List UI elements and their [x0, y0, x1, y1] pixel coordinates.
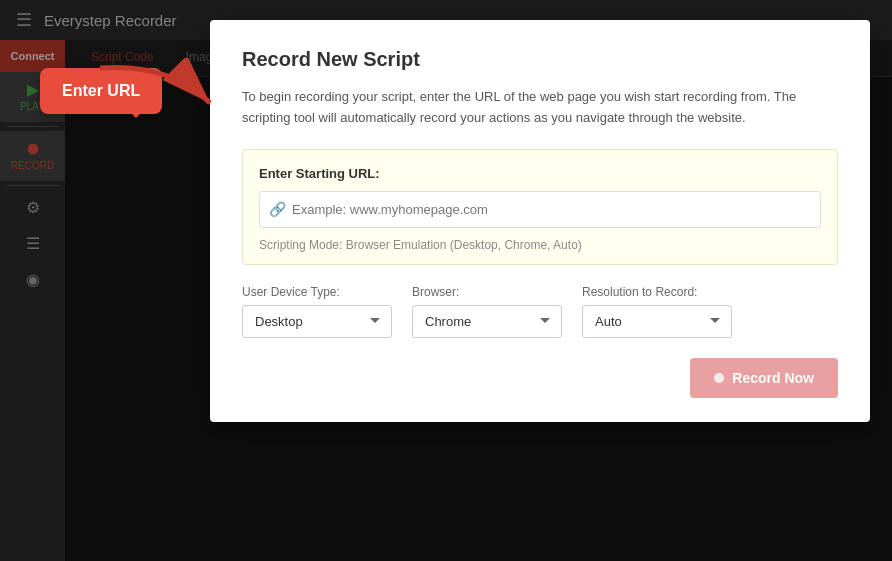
browser-dropdown-group: Browser: Chrome Firefox Edge Safari: [412, 285, 562, 338]
resolution-select[interactable]: Auto 1920x1080 1280x720 1024x768: [582, 305, 732, 338]
record-new-script-modal: Record New Script To begin recording you…: [210, 20, 870, 422]
url-input[interactable]: [259, 191, 821, 228]
record-dot-icon: [714, 373, 724, 383]
modal-footer: Record Now: [242, 358, 838, 398]
scripting-mode-text: Scripting Mode: Browser Emulation (Deskt…: [259, 238, 821, 252]
device-label: User Device Type:: [242, 285, 392, 299]
modal-description: To begin recording your script, enter th…: [242, 87, 838, 129]
modal-title: Record New Script: [242, 48, 838, 71]
url-section: Enter Starting URL: 🔗 Scripting Mode: Br…: [242, 149, 838, 265]
arrow-icon: [90, 58, 220, 118]
resolution-dropdown-group: Resolution to Record: Auto 1920x1080 128…: [582, 285, 732, 338]
resolution-label: Resolution to Record:: [582, 285, 732, 299]
dropdowns-row: User Device Type: Desktop Mobile Tablet …: [242, 285, 838, 338]
link-icon: 🔗: [269, 201, 286, 217]
arrow-container: [90, 58, 220, 122]
browser-select[interactable]: Chrome Firefox Edge Safari: [412, 305, 562, 338]
browser-label: Browser:: [412, 285, 562, 299]
url-input-wrapper: 🔗: [259, 191, 821, 228]
url-label: Enter Starting URL:: [259, 166, 821, 181]
device-type-select[interactable]: Desktop Mobile Tablet: [242, 305, 392, 338]
record-now-label: Record Now: [732, 370, 814, 386]
record-now-button[interactable]: Record Now: [690, 358, 838, 398]
device-dropdown-group: User Device Type: Desktop Mobile Tablet: [242, 285, 392, 338]
